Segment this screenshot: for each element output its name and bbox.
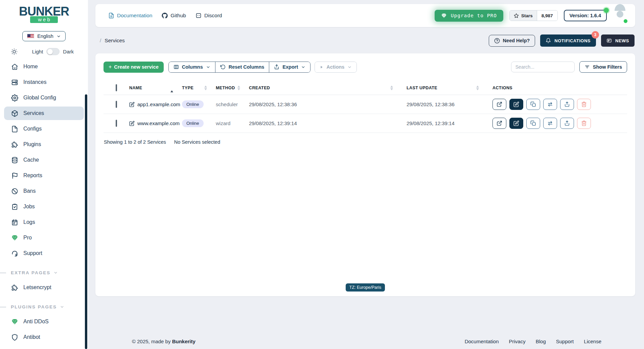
select-all-checkbox[interactable] [116, 84, 117, 91]
column-header-created[interactable]: CREATED [249, 86, 407, 90]
sidebar-item-configs[interactable]: Configs [4, 122, 84, 136]
sidebar-item-plugins[interactable]: Plugins [4, 138, 84, 151]
footer-link-documentation[interactable]: Documentation [465, 339, 499, 344]
showing-summary: Showing 1 to 2 of 2 Services [104, 139, 166, 145]
home-icon [11, 63, 18, 70]
sidebar-item-label: Cache [23, 157, 39, 163]
sidebar-item-bans[interactable]: Bans [4, 184, 84, 198]
version-button[interactable]: Version: 1.6.4 [564, 10, 607, 21]
need-help-button[interactable]: Need Help? [489, 35, 535, 47]
page-actions: Need Help? NOTIFICATIONS 3 NEWS [489, 34, 635, 47]
footer-link-privacy[interactable]: Privacy [509, 339, 526, 344]
star-icon [514, 13, 519, 18]
chevron-down-icon [301, 65, 305, 69]
export-service-button[interactable] [560, 99, 574, 110]
notifications-button[interactable]: NOTIFICATIONS 3 [540, 34, 596, 47]
news-button[interactable]: NEWS [601, 34, 635, 47]
sidebar-item-reports[interactable]: Reports [4, 169, 84, 182]
sidebar: BUNKER web English Light Dark Home Insta… [0, 0, 88, 349]
columns-icon [174, 64, 179, 70]
footer-link-license[interactable]: License [584, 339, 601, 344]
row-checkbox[interactable] [116, 120, 117, 127]
column-header-method[interactable]: METHOD [216, 86, 249, 90]
sun-icon [11, 48, 18, 55]
footer-link-support[interactable]: Support [556, 339, 574, 344]
edit-service-button[interactable] [509, 118, 523, 129]
table-controls-group: Columns Reset Columns Export [168, 62, 311, 73]
sidebar-item-label: Antibot [23, 334, 40, 340]
sidebar-item-letsencrypt[interactable]: Letsencrypt [4, 281, 84, 294]
user-avatar[interactable] [613, 8, 627, 23]
convert-service-button[interactable] [543, 118, 557, 129]
open-service-button[interactable] [492, 118, 506, 129]
sidebar-item-label: Plugins [23, 141, 41, 147]
sidebar-item-jobs[interactable]: Jobs [4, 200, 84, 213]
section-plugins-pages[interactable]: PLUGINS PAGES [0, 304, 88, 309]
newspaper-icon [606, 38, 612, 43]
column-header-last-update[interactable]: LAST UPDATE [407, 86, 492, 90]
convert-service-button[interactable] [543, 99, 557, 110]
documentation-link[interactable]: Documentation [108, 13, 152, 19]
open-service-button[interactable] [492, 99, 506, 110]
sidebar-item-logs[interactable]: Logs [4, 215, 84, 229]
reset-icon [220, 64, 226, 70]
section-label: PLUGINS PAGES [11, 304, 57, 309]
sidebar-item-pro[interactable]: Pro [4, 231, 84, 245]
column-header-type[interactable]: TYPE [182, 86, 216, 90]
delete-service-button[interactable] [577, 118, 591, 129]
header-label: NAME [129, 86, 142, 90]
sidebar-item-home[interactable]: Home [4, 60, 84, 73]
section-extra-pages[interactable]: EXTRA PAGES [0, 270, 88, 275]
export-label: Export [282, 64, 298, 70]
sidebar-item-cache[interactable]: Cache [4, 153, 84, 167]
footer: © 2025, made by Bunkerity Documentation … [95, 339, 635, 344]
header-label: ACTIONS [492, 86, 512, 90]
filter-icon [584, 64, 590, 70]
service-name-cell[interactable]: app1.example.com [129, 101, 182, 107]
language-selector[interactable]: English [22, 31, 66, 41]
export-button[interactable]: Export [269, 62, 310, 72]
theme-toggle[interactable] [46, 48, 60, 55]
edit-service-button[interactable] [509, 99, 523, 110]
create-service-button[interactable]: + Create new service [104, 62, 164, 73]
app-root: BUNKER web English Light Dark Home Insta… [0, 0, 644, 349]
service-name-cell[interactable]: www.example.com [129, 120, 182, 126]
discord-icon [196, 13, 202, 19]
show-filters-button[interactable]: Show Filters [579, 61, 627, 73]
sort-icon [237, 86, 240, 90]
clone-service-button[interactable] [526, 118, 540, 129]
sidebar-item-instances[interactable]: Instances [4, 75, 84, 89]
reset-columns-button[interactable]: Reset Columns [215, 62, 270, 72]
discord-link[interactable]: Discord [196, 13, 222, 19]
sidebar-item-anti-ddos[interactable]: Anti DDoS [4, 315, 84, 328]
chevron-down-icon [206, 65, 210, 69]
github-link[interactable]: Github [162, 13, 186, 19]
need-help-label: Need Help? [503, 38, 530, 43]
upgrade-to-pro-button[interactable]: Upgrade to PRO [435, 10, 503, 22]
cube-icon [11, 110, 18, 117]
service-name: www.example.com [137, 120, 180, 126]
footer-link-blog[interactable]: Blog [536, 339, 546, 344]
sidebar-item-services[interactable]: Services [4, 107, 84, 120]
sidebar-item-support[interactable]: Support [4, 247, 84, 260]
clone-service-button[interactable] [526, 99, 540, 110]
export-service-button[interactable] [560, 118, 574, 129]
actions-button[interactable]: Actions [315, 62, 356, 72]
puzzle-icon [11, 141, 18, 148]
delete-service-button[interactable] [577, 99, 591, 110]
sort-icon [390, 86, 393, 90]
section-label: EXTRA PAGES [11, 270, 50, 275]
column-header-name[interactable]: NAME [129, 86, 182, 90]
database-icon [11, 157, 18, 164]
sidebar-scrollbar[interactable] [85, 94, 87, 349]
sidebar-item-global-config[interactable]: Global Config [4, 91, 84, 104]
sidebar-item-label: Global Config [23, 95, 56, 101]
company-link[interactable]: Bunkerity [172, 339, 196, 344]
sidebar-item-antibot[interactable]: Antibot [4, 330, 84, 344]
gear-icon [11, 94, 18, 101]
service-name: app1.example.com [137, 101, 180, 107]
columns-button[interactable]: Columns [169, 62, 215, 72]
search-input[interactable] [511, 62, 575, 72]
github-stars-widget[interactable]: Stars 8,987 [509, 10, 558, 21]
row-checkbox[interactable] [116, 101, 117, 108]
